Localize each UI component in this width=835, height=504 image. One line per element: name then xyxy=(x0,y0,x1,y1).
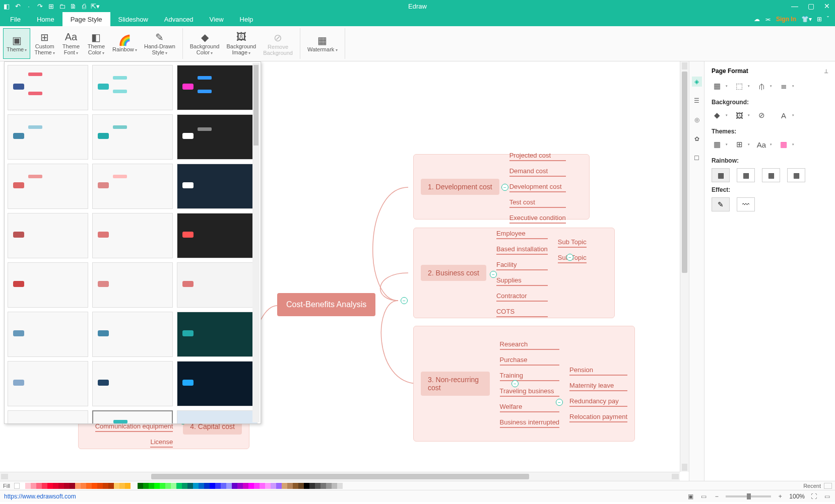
rainbow-opt-2[interactable]: ▦ xyxy=(737,168,755,182)
color-swatch[interactable] xyxy=(193,483,199,489)
color-swatch[interactable] xyxy=(337,483,343,489)
theme-thumbnail[interactable] xyxy=(177,65,258,110)
theme-thumbnail[interactable] xyxy=(177,164,258,209)
leaf[interactable]: Projected cost xyxy=(509,151,566,161)
expand-toggle[interactable]: − xyxy=(401,297,408,304)
leaf[interactable]: Redundancy pay xyxy=(569,396,627,407)
color-swatch[interactable] xyxy=(42,483,47,489)
color-swatch[interactable] xyxy=(75,483,81,489)
theme-button[interactable]: ▣Theme xyxy=(3,28,30,59)
color-swatch[interactable] xyxy=(248,483,254,489)
tab-help[interactable]: Help xyxy=(232,12,262,26)
leaf[interactable]: Demand cost xyxy=(509,166,566,177)
color-swatch[interactable] xyxy=(254,483,260,489)
maximize-icon[interactable]: ▢ xyxy=(805,2,817,10)
branch-non-recurring-cost[interactable]: 3. Non-recurring cost Research Purchase … xyxy=(413,326,635,442)
color-swatch[interactable] xyxy=(282,483,287,489)
tab-slideshow[interactable]: Slideshow xyxy=(110,12,156,26)
color-swatch[interactable] xyxy=(199,483,204,489)
theme-thumbnail[interactable] xyxy=(92,65,173,110)
leaf[interactable]: Employee xyxy=(496,229,548,239)
color-swatch[interactable] xyxy=(154,483,160,489)
tshirt-icon[interactable]: 👕▾ xyxy=(801,16,812,23)
color-swatch[interactable] xyxy=(304,483,309,489)
sign-in-link[interactable]: Sign In xyxy=(776,16,796,23)
color-swatch[interactable] xyxy=(271,483,276,489)
color-swatch[interactable] xyxy=(25,483,31,489)
color-swatch[interactable] xyxy=(20,483,25,489)
canvas[interactable]: Cost-Benefits Analysis − 1. Development … xyxy=(0,61,689,481)
theme-thumbnail[interactable] xyxy=(8,361,88,406)
theme-thumbnail[interactable] xyxy=(8,213,88,258)
color-swatch[interactable] xyxy=(53,483,58,489)
color-swatch[interactable] xyxy=(320,483,326,489)
color-swatch[interactable] xyxy=(204,483,210,489)
color-swatch[interactable] xyxy=(243,483,248,489)
color-swatch[interactable] xyxy=(265,483,271,489)
watermark-button[interactable]: ▦Watermark xyxy=(304,28,341,59)
theme-thumbnail[interactable] xyxy=(177,213,258,258)
leaf[interactable]: Relocation payment xyxy=(569,412,627,422)
theme-font-icon[interactable]: Aa xyxy=(756,139,767,150)
leaf[interactable]: Maternity leave xyxy=(569,381,627,391)
expand-toggle[interactable]: − xyxy=(511,380,519,387)
presentation-icon[interactable]: ▭ xyxy=(699,492,708,500)
page-icon[interactable]: ▣ xyxy=(686,492,694,500)
tab-advanced[interactable]: Advanced xyxy=(156,12,202,26)
calendar-tab-icon[interactable]: ☐ xyxy=(692,153,702,163)
tab-view[interactable]: View xyxy=(202,12,232,26)
color-swatch[interactable] xyxy=(47,483,53,489)
app-logo-icon[interactable]: ◧ xyxy=(2,2,11,11)
color-swatch[interactable] xyxy=(160,483,165,489)
list-layout-icon[interactable]: ≣ xyxy=(778,81,789,92)
color-swatch[interactable] xyxy=(298,483,304,489)
color-swatch[interactable] xyxy=(293,483,298,489)
save-icon[interactable]: 🗎 xyxy=(69,2,78,11)
color-swatch[interactable] xyxy=(260,483,265,489)
color-swatch[interactable] xyxy=(276,483,282,489)
color-swatch[interactable] xyxy=(226,483,232,489)
effect-opt-2[interactable]: 〰 xyxy=(737,197,755,211)
leaf[interactable]: Purchase xyxy=(500,355,560,366)
bg-fill-icon[interactable]: ◆ xyxy=(712,110,723,121)
color-swatch[interactable] xyxy=(125,483,131,489)
leaf[interactable]: Contractor xyxy=(496,291,548,302)
color-swatch[interactable] xyxy=(332,483,337,489)
leaf[interactable]: Business interrupted xyxy=(500,417,560,428)
leaf[interactable]: COTS xyxy=(496,307,548,317)
tab-page-style[interactable]: Page Style xyxy=(62,12,110,26)
color-swatch[interactable] xyxy=(97,483,103,489)
theme-thumbnail[interactable] xyxy=(92,312,173,357)
new-icon[interactable]: ⊞ xyxy=(46,2,55,11)
share-icon[interactable]: ⫘ xyxy=(765,16,771,23)
theme-thumbnail[interactable] xyxy=(92,114,173,160)
color-swatch[interactable] xyxy=(221,483,226,489)
expand-toggle[interactable]: − xyxy=(490,271,497,278)
color-swatch[interactable] xyxy=(210,483,215,489)
theme-thumbnail-selected[interactable] xyxy=(92,410,173,424)
color-swatch[interactable] xyxy=(143,483,149,489)
mindmap-root[interactable]: Cost-Benefits Analysis xyxy=(277,293,375,316)
custom-theme-button[interactable]: ⊞Custom Theme xyxy=(31,28,57,59)
color-swatch[interactable] xyxy=(176,483,182,489)
effect-opt-1[interactable]: ✎ xyxy=(712,197,730,211)
redo-icon[interactable]: ↷ xyxy=(35,2,44,11)
layout-grid-icon[interactable]: ▦ xyxy=(712,81,723,92)
expand-toggle[interactable]: − xyxy=(501,184,508,191)
outline-tab-icon[interactable]: ☰ xyxy=(692,96,702,106)
color-swatch[interactable] xyxy=(86,483,92,489)
color-swatch[interactable] xyxy=(232,483,237,489)
fit-width-icon[interactable]: ▭ xyxy=(823,492,831,500)
theme-thumbnail[interactable] xyxy=(92,262,173,308)
rainbow-opt-3[interactable]: ▦ xyxy=(762,168,780,182)
recent-swatch[interactable] xyxy=(824,483,832,489)
zoom-in-button[interactable]: + xyxy=(776,492,784,500)
export-icon[interactable]: ⇱▾ xyxy=(91,2,100,11)
theme-thumbnail[interactable] xyxy=(8,262,88,308)
minimize-icon[interactable]: — xyxy=(789,2,801,10)
color-swatch[interactable] xyxy=(92,483,97,489)
fit-page-icon[interactable]: ⛶ xyxy=(810,492,818,500)
color-swatch[interactable] xyxy=(215,483,221,489)
theme-thumbnail[interactable] xyxy=(8,65,88,110)
tab-file[interactable]: File xyxy=(2,12,29,26)
